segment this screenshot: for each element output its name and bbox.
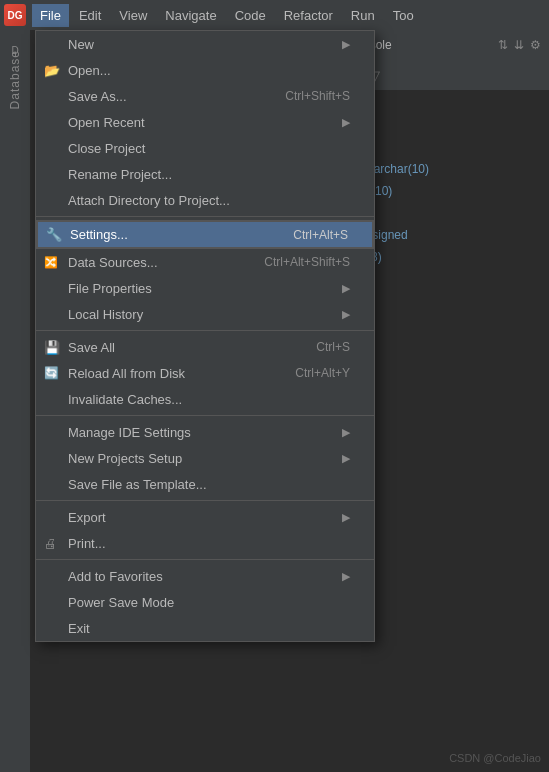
- separator-4: [36, 500, 374, 501]
- menubar-refactor[interactable]: Refactor: [276, 4, 341, 27]
- menubar-code[interactable]: Code: [227, 4, 274, 27]
- separator-3: [36, 415, 374, 416]
- menubar-file[interactable]: File: [32, 4, 69, 27]
- arrow-fp-icon: ▶: [342, 282, 350, 295]
- menubar-tools[interactable]: Too: [385, 4, 422, 27]
- reload-icon: 🔄: [44, 366, 59, 380]
- menu-exit[interactable]: Exit: [36, 615, 374, 641]
- arrow-lh-icon: ▶: [342, 308, 350, 321]
- menu-open-recent[interactable]: Open Recent ▶: [36, 109, 374, 135]
- menu-close-project[interactable]: Close Project: [36, 135, 374, 161]
- menu-save-all[interactable]: 💾 Save All Ctrl+S: [36, 334, 374, 360]
- menu-open[interactable]: 📂 Open...: [36, 57, 374, 83]
- arrow-icon: ▶: [342, 38, 350, 51]
- menu-attach-dir[interactable]: Attach Directory to Project...: [36, 187, 374, 213]
- menu-invalidate-caches[interactable]: Invalidate Caches...: [36, 386, 374, 412]
- arrow-nps-icon: ▶: [342, 452, 350, 465]
- app-logo: DG: [4, 4, 26, 26]
- menubar-view[interactable]: View: [111, 4, 155, 27]
- menu-rename-project[interactable]: Rename Project...: [36, 161, 374, 187]
- menu-print[interactable]: 🖨 Print...: [36, 530, 374, 556]
- menu-save-template[interactable]: Save File as Template...: [36, 471, 374, 497]
- arrow-recent-icon: ▶: [342, 116, 350, 129]
- separator-1: [36, 216, 374, 217]
- save-icon: 💾: [44, 340, 60, 355]
- file-menu: New ▶ 📂 Open... Save As... Ctrl+Shift+S …: [35, 30, 375, 642]
- menubar-run[interactable]: Run: [343, 4, 383, 27]
- menu-export[interactable]: Export ▶: [36, 504, 374, 530]
- menu-data-sources[interactable]: 🔀 Data Sources... Ctrl+Alt+Shift+S: [36, 249, 374, 275]
- wrench-icon: 🔧: [46, 227, 62, 242]
- menu-file-properties[interactable]: File Properties ▶: [36, 275, 374, 301]
- menu-power-save[interactable]: Power Save Mode: [36, 589, 374, 615]
- menu-new-projects-setup[interactable]: New Projects Setup ▶: [36, 445, 374, 471]
- menu-add-favorites[interactable]: Add to Favorites ▶: [36, 563, 374, 589]
- menu-local-history[interactable]: Local History ▶: [36, 301, 374, 327]
- menu-settings[interactable]: 🔧 Settings... Ctrl+Alt+S: [36, 220, 374, 249]
- printer-icon: 🖨: [44, 536, 57, 551]
- open-folder-icon: 📂: [44, 63, 60, 78]
- arrow-export-icon: ▶: [342, 511, 350, 524]
- datasource-icon: 🔀: [44, 256, 58, 269]
- menu-new[interactable]: New ▶: [36, 31, 374, 57]
- dropdown-overlay: New ▶ 📂 Open... Save As... Ctrl+Shift+S …: [0, 30, 549, 772]
- menu-save-as[interactable]: Save As... Ctrl+Shift+S: [36, 83, 374, 109]
- menu-manage-ide[interactable]: Manage IDE Settings ▶: [36, 419, 374, 445]
- menu-reload-all[interactable]: 🔄 Reload All from Disk Ctrl+Alt+Y: [36, 360, 374, 386]
- arrow-fav-icon: ▶: [342, 570, 350, 583]
- menubar: DG File Edit View Navigate Code Refactor…: [0, 0, 549, 30]
- separator-5: [36, 559, 374, 560]
- arrow-ide-icon: ▶: [342, 426, 350, 439]
- menubar-navigate[interactable]: Navigate: [157, 4, 224, 27]
- separator-2: [36, 330, 374, 331]
- menubar-edit[interactable]: Edit: [71, 4, 109, 27]
